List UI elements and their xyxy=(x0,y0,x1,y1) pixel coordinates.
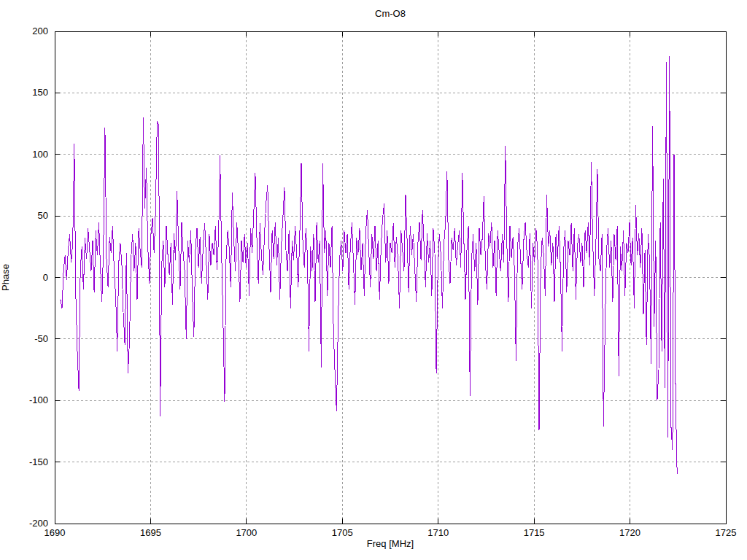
chart-figure: Cm-O8 Phase Freq [MHz] -200-150-100-5005… xyxy=(0,0,747,560)
y-tick-label: 150 xyxy=(7,88,48,98)
y-tick-label: -200 xyxy=(7,518,48,529)
x-tick-label: 1710 xyxy=(417,528,460,538)
x-tick-label: 1690 xyxy=(33,528,77,538)
phase-trace xyxy=(61,56,677,475)
x-tick-label: 1700 xyxy=(225,528,268,538)
x-tick-label: 1705 xyxy=(320,528,364,538)
x-tick-label: 1695 xyxy=(128,528,172,538)
y-tick-label: 100 xyxy=(7,149,48,160)
y-tick-label: 200 xyxy=(7,26,48,36)
y-tick-label: -150 xyxy=(7,457,48,467)
x-tick-label: 1725 xyxy=(704,528,747,538)
y-tick-label: -100 xyxy=(7,395,48,405)
x-tick-label: 1715 xyxy=(512,528,556,538)
y-tick-label: -50 xyxy=(7,334,48,344)
x-tick-label: 1720 xyxy=(608,528,652,538)
y-tick-label: 0 xyxy=(7,273,48,283)
plot-area xyxy=(0,0,747,560)
y-tick-label: 50 xyxy=(7,211,48,221)
